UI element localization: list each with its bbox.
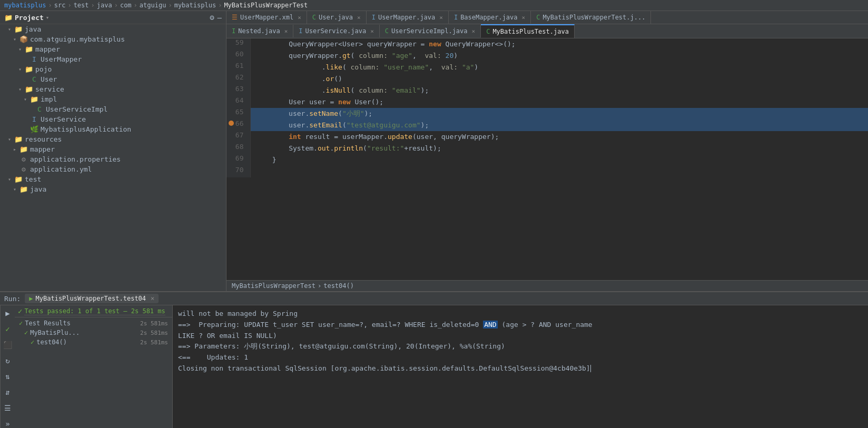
tree-label: pojo	[35, 65, 52, 73]
breakpoint-indicator	[229, 121, 234, 126]
tab-userservicejava[interactable]: I UserService.java ×	[293, 25, 379, 37]
tree-item[interactable]: ▾ 📁 test	[0, 174, 226, 184]
tree-item[interactable]: ▾ 📁 java	[0, 184, 226, 194]
line-number: 66	[226, 120, 250, 131]
tab-close-icon[interactable]: ×	[284, 28, 288, 35]
code-editor[interactable]: 59 QueryWrapper<User> queryWrapper = new…	[226, 38, 868, 280]
breadcrumb-item: java	[97, 2, 112, 9]
more-icon-side[interactable]: »	[4, 418, 11, 428]
tree-arrow: ▾	[11, 186, 19, 192]
code-line-70: 70	[226, 166, 868, 177]
tree-item[interactable]: ▸ 📁 mapper	[0, 144, 226, 154]
folder-icon: 📁	[24, 85, 34, 93]
test-result-root[interactable]: ✓ Test Results 2s 581ms	[15, 318, 172, 328]
package-icon: 📦	[19, 35, 28, 43]
console-line-3: LIKE ? OR email IS NULL)	[178, 331, 863, 342]
tree-item[interactable]: ▾ 📁 mapper	[0, 44, 226, 54]
tree-label: User	[41, 75, 57, 83]
test-time: 2s 581ms	[140, 320, 168, 327]
tree-label: MybatisplusApplication	[41, 125, 131, 133]
breadcrumb-bar: mybatisplus › src › test › java › com › …	[0, 0, 868, 11]
tab-userserviceimpljava[interactable]: C UserServiceImpl.java ×	[380, 25, 481, 37]
run-tab-close[interactable]: ×	[151, 295, 154, 302]
check-toolbar-icon[interactable]: ✓	[18, 307, 22, 315]
breadcrumb-item: atguigu	[140, 2, 166, 9]
tree-label: impl	[41, 95, 57, 103]
check-icon: ✓	[19, 320, 23, 327]
tree-item[interactable]: 🌿 MybatisplusApplication	[0, 124, 226, 134]
tree-item[interactable]: ▾ 📁 java	[0, 24, 226, 34]
interface-icon: I	[299, 27, 302, 35]
test-item-label: Test Results	[25, 320, 71, 327]
tree-arrow: ▾	[16, 46, 24, 52]
tree-item[interactable]: C User	[0, 74, 226, 84]
tree-item[interactable]: ▾ 📁 resources	[0, 134, 226, 144]
run-icon: ▶	[29, 295, 33, 302]
sidebar-settings-icon[interactable]: ⚙	[210, 13, 214, 22]
tab-close-icon[interactable]: ×	[370, 28, 374, 35]
tab-bar-2: I Nested.java × I UserService.java × C U…	[226, 24, 868, 38]
tree-arrow: ▸	[11, 146, 19, 152]
run-icon-side[interactable]: ▶	[4, 307, 11, 319]
check-icon-side[interactable]: ✓	[4, 323, 11, 335]
line-content	[250, 166, 868, 177]
tab-close-icon[interactable]: ×	[472, 28, 476, 35]
tab-mybatisplus-test[interactable]: C MyBatisPlusTest.java	[481, 24, 575, 38]
java-icon: C	[385, 27, 389, 35]
tree-item[interactable]: I UserMapper	[0, 54, 226, 64]
code-line-69: 69 }	[226, 154, 868, 166]
folder-icon: 📁	[24, 65, 34, 73]
tab-userjava[interactable]: C User.java ×	[307, 11, 367, 24]
rerun-icon-side[interactable]: ↻	[4, 355, 11, 366]
console-line-5: <== Updates: 1	[178, 352, 863, 363]
tab-mybatispluswrappertest1[interactable]: C MyBatisPlusWrapperTest.j...	[531, 11, 651, 24]
tree-item[interactable]: C UserServiceImpl	[0, 104, 226, 114]
sort-icon-side[interactable]: ⇅	[4, 371, 11, 382]
code-line-68: 68 System.out.println("result:"+result);	[226, 143, 868, 154]
console-line-2: ==> Preparing: UPDATE t_user SET user_na…	[178, 320, 863, 331]
sort2-icon-side[interactable]: ⇵	[4, 386, 11, 398]
tree-item[interactable]: ⚙ application.yml	[0, 164, 226, 174]
folder-icon: 📁	[19, 145, 28, 153]
run-tab[interactable]: ▶ MyBatisPlusWrapperTest.test04 ×	[25, 294, 159, 303]
tab-nestedjava[interactable]: I Nested.java ×	[226, 25, 293, 37]
layout-icon-side[interactable]: ☰	[3, 402, 13, 414]
test-toolbar: ✓ Tests passed: 1 of 1 test – 2s 581 ms	[15, 305, 172, 317]
tab-basemapperjava[interactable]: I BaseMapper.java ×	[449, 11, 531, 24]
tab-close-icon[interactable]: ×	[298, 14, 301, 21]
stop-icon-side[interactable]: ⬛	[2, 339, 14, 351]
class-icon: C	[29, 75, 39, 83]
tab-close-icon[interactable]: ×	[522, 14, 526, 21]
tree-item[interactable]: ⚙ application.properties	[0, 154, 226, 164]
tab-close-icon[interactable]: ×	[357, 14, 361, 21]
code-line-64: 64 User user = new User();	[226, 96, 868, 108]
tree-label: java	[30, 185, 46, 193]
tab-usermapperjava[interactable]: I UserMapper.java ×	[367, 11, 449, 24]
tree-item[interactable]: ▾ 📁 service	[0, 84, 226, 94]
main-layout: 📁 Project ▾ ⚙ — ▾ 📁 java ▾ 📦 com.atguigu…	[0, 11, 868, 291]
test-panel: ✓ Tests passed: 1 of 1 test – 2s 581 ms …	[15, 305, 173, 428]
tree-label: mapper	[35, 45, 60, 53]
test-result-class[interactable]: ✓ MyBatisPlu... 2s 581ms	[15, 328, 172, 337]
code-line-67: 67 int result = userMapper.update(user, …	[226, 131, 868, 143]
tab-usermapperxml[interactable]: ☰ UserMapper.xml ×	[226, 11, 307, 24]
code-line-65: 65 user.setName("小明");	[226, 108, 868, 120]
line-content: int result = userMapper.update(user, que…	[250, 131, 868, 143]
tree-item[interactable]: ▾ 📁 pojo	[0, 64, 226, 74]
tree-item[interactable]: I UserService	[0, 114, 226, 124]
tree-item[interactable]: ▾ 📦 com.atguigu.mybatisplus	[0, 34, 226, 44]
tree-item[interactable]: ▾ 📁 impl	[0, 94, 226, 104]
code-line-59: 59 QueryWrapper<User> queryWrapper = new…	[226, 38, 868, 50]
console-panel[interactable]: will not be managed by Spring ==> Prepar…	[173, 305, 868, 428]
breadcrumb-item-current: MyBatisPlusWrapperTest	[224, 2, 308, 9]
line-number: 63	[226, 85, 250, 96]
tab-label: MyBatisPlusWrapperTest.j...	[542, 14, 645, 21]
line-number: 67	[226, 131, 250, 143]
tree-label: UserService	[41, 115, 86, 123]
breadcrumb-item: src	[54, 2, 66, 9]
test-result-method[interactable]: ✓ test04() 2s 581ms	[15, 337, 172, 347]
tab-close-icon[interactable]: ×	[439, 14, 443, 21]
spring-icon: 🌿	[29, 125, 39, 133]
test-time: 2s 581ms	[140, 330, 168, 336]
sidebar-collapse-icon[interactable]: —	[218, 13, 222, 22]
